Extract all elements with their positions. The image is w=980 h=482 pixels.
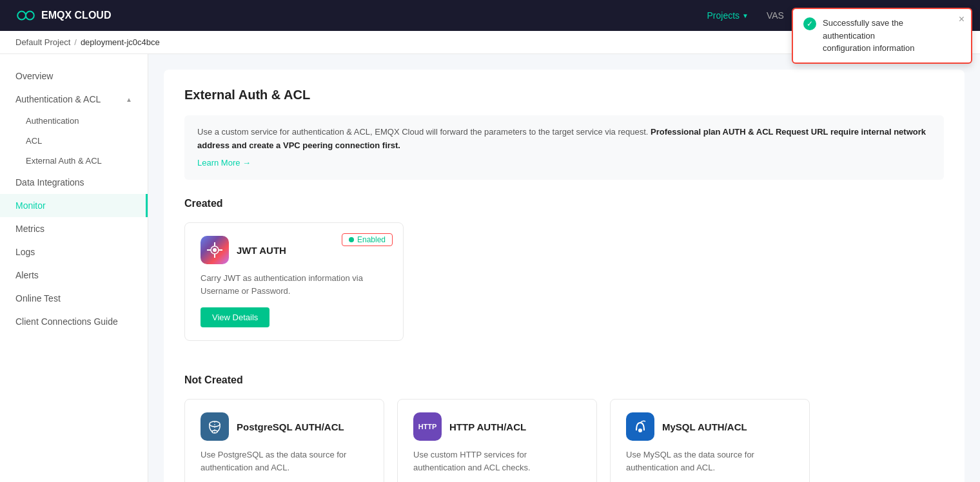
breadcrumb-separator: /	[74, 37, 77, 47]
page-title: External Auth & ACL	[184, 88, 944, 102]
not-created-section: Not Created	[184, 374, 944, 482]
http-icon: HTTP	[413, 412, 442, 441]
projects-arrow-icon: ▼	[742, 12, 749, 19]
sidebar-item-alerts[interactable]: Alerts	[0, 264, 148, 287]
jwt-auth-card: Enabled	[184, 222, 404, 341]
sidebar-item-authentication[interactable]: Authentication	[0, 111, 148, 131]
status-dot-icon	[349, 237, 354, 242]
jwt-view-details-button[interactable]: View Details	[201, 307, 270, 327]
content-card: External Auth & ACL Use a custom service…	[164, 70, 965, 482]
jwt-badge-wrapper: Enabled	[342, 233, 393, 246]
toast-notification: ✓ Successfully save the authentication c…	[792, 8, 972, 64]
svg-point-1	[26, 12, 34, 20]
toast-success-icon: ✓	[803, 17, 816, 30]
sidebar-item-auth-acl[interactable]: Authentication & ACL ▲	[0, 88, 148, 111]
not-created-section-title: Not Created	[184, 374, 944, 386]
postgres-card-header: PostgreSQL AUTH/ACL	[201, 412, 368, 441]
created-section: Created Enabled	[184, 198, 944, 351]
postgres-icon	[201, 412, 229, 441]
jwt-auth-desc: Carry JWT as authentication information …	[201, 272, 387, 297]
toast-close-button[interactable]: ×	[959, 14, 965, 24]
toast-text: Successfully save the authentication con…	[823, 17, 945, 55]
postgres-auth-card: PostgreSQL AUTH/ACL Use PostgreSQL as th…	[184, 399, 384, 482]
nav-projects[interactable]: Projects ▼	[707, 10, 748, 21]
main-content: External Auth & ACL Use a custom service…	[148, 54, 980, 482]
brand-name: EMQX CLOUD	[41, 10, 111, 21]
auth-acl-expand-icon: ▲	[126, 96, 132, 103]
main-layout: Overview Authentication & ACL ▲ Authenti…	[0, 54, 980, 482]
status-label: Enabled	[357, 235, 386, 244]
info-text: Use a custom service for authentication …	[197, 127, 648, 137]
mysql-auth-card: MySQL AUTH/ACL Use MySQL as the data sou…	[610, 399, 810, 482]
svg-point-7	[213, 248, 217, 252]
svg-point-11	[638, 429, 642, 432]
svg-point-0	[17, 12, 26, 20]
breadcrumb-parent[interactable]: Default Project	[15, 37, 70, 47]
status-badge: Enabled	[342, 233, 393, 246]
sidebar-item-logs[interactable]: Logs	[0, 240, 148, 264]
sidebar-item-data-integrations[interactable]: Data Integrations	[0, 171, 148, 194]
http-auth-desc: Use custom HTTP services for authenticat…	[413, 448, 581, 474]
mysql-card-header: MySQL AUTH/ACL	[626, 412, 794, 441]
sidebar-item-metrics[interactable]: Metrics	[0, 217, 148, 240]
jwt-auth-name: JWT AUTH	[237, 245, 286, 256]
learn-more-link[interactable]: Learn More →	[197, 157, 251, 170]
mysql-auth-desc: Use MySQL as the data source for authent…	[626, 448, 794, 474]
http-auth-name: HTTP AUTH/ACL	[449, 421, 526, 432]
sidebar-item-acl[interactable]: ACL	[0, 131, 148, 151]
nav-vas[interactable]: VAS	[767, 10, 784, 21]
brand-logo: EMQX CLOUD	[15, 9, 111, 22]
auth-cards-grid: PostgreSQL AUTH/ACL Use PostgreSQL as th…	[184, 399, 944, 482]
http-auth-card: HTTP HTTP AUTH/ACL Use custom HTTP servi…	[397, 399, 597, 482]
sidebar-item-client-connections-guide[interactable]: Client Connections Guide	[0, 310, 148, 333]
sidebar-item-external-auth-acl[interactable]: External Auth & ACL	[0, 151, 148, 171]
info-box: Use a custom service for authentication …	[184, 115, 944, 180]
http-card-header: HTTP HTTP AUTH/ACL	[413, 412, 581, 441]
postgres-auth-name: PostgreSQL AUTH/ACL	[237, 421, 344, 432]
mysql-auth-name: MySQL AUTH/ACL	[662, 421, 747, 432]
mysql-icon	[626, 412, 654, 441]
breadcrumb-current: deployment-jc0c4bce	[81, 37, 160, 47]
postgres-auth-desc: Use PostgreSQL as the data source for au…	[201, 448, 368, 474]
sidebar-item-online-test[interactable]: Online Test	[0, 287, 148, 310]
jwt-icon	[201, 236, 229, 264]
sidebar-item-overview[interactable]: Overview	[0, 64, 148, 88]
sidebar: Overview Authentication & ACL ▲ Authenti…	[0, 54, 148, 482]
created-section-title: Created	[184, 198, 944, 209]
sidebar-item-monitor[interactable]: Monitor	[0, 194, 148, 217]
